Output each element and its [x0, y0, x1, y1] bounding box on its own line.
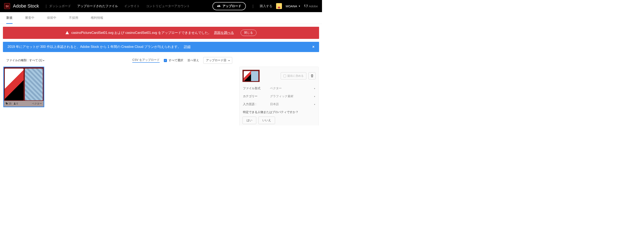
- chevron-down-icon: ▾: [314, 103, 315, 106]
- warning-icon: [66, 31, 69, 35]
- card-art-back: [25, 69, 43, 100]
- error-details-link[interactable]: 原因を調べる: [214, 31, 234, 35]
- field-file-format[interactable]: ファイル形式 ベクター ▾: [242, 84, 316, 92]
- adobe-icon: [304, 5, 308, 8]
- adobe-stock-logo-badge: St: [4, 3, 10, 9]
- people-count-value: 0: [16, 102, 18, 105]
- user-name-label: MOANA: [286, 5, 297, 8]
- nav-insights[interactable]: インサイト: [124, 4, 140, 8]
- asset-type-label: ベクター: [32, 102, 42, 106]
- toolbar: ファイルの種類 : すべて (1) ▾ CSV をアップロード ✓ すべて選択 …: [0, 55, 322, 67]
- recognizable-question: 特定できる人物またはプロパティですか？: [243, 110, 315, 114]
- checkbox-checked-icon: ✓: [164, 59, 167, 62]
- no-button[interactable]: いいえ: [258, 117, 275, 124]
- include-in-submission-button[interactable]: 提出に含める: [281, 72, 306, 79]
- checkbox-empty-icon: [284, 75, 286, 77]
- field-value: ベクター: [270, 87, 314, 90]
- chevron-down-icon: ▾: [43, 59, 44, 62]
- field-value: 日本語: [270, 102, 314, 106]
- tab-reviewing[interactable]: 審査中: [25, 12, 34, 24]
- cloud-upload-icon: [217, 5, 221, 8]
- svg-point-0: [67, 34, 68, 34]
- chevron-down-icon: ▾: [314, 87, 315, 90]
- divider: |: [46, 4, 47, 8]
- chevron-down-icon: ▾: [314, 95, 315, 98]
- sort-dropdown[interactable]: アップロード日 ▾: [203, 57, 232, 64]
- error-alert: casinoPictureCardSet01.svg および casinoCar…: [3, 27, 319, 39]
- tab-rights[interactable]: 権利情報: [91, 12, 103, 24]
- field-category[interactable]: カテゴリー グラフィック素材 ▾: [242, 92, 316, 100]
- field-label: カテゴリー: [243, 94, 270, 98]
- asset-thumbnail[interactable]: 25 0 ベクター: [3, 67, 44, 107]
- delete-button[interactable]: [308, 72, 316, 79]
- adobe-stock-logo-text: Adobe Stock: [13, 3, 39, 9]
- properties-sidebar: 提出に含める ファイル形式 ベクター ▾ カテゴリー グラフィック素材 ▾ 入力…: [239, 67, 319, 125]
- tag-count: 25: [6, 102, 12, 105]
- submit-button-label: 提出に含める: [287, 74, 304, 78]
- upload-button-label: アップロード: [222, 4, 241, 8]
- field-input-language[interactable]: 入力言語 : 日本語 ▾: [242, 100, 316, 108]
- header-right: | 購入する MOANA ▼ Adobe: [250, 3, 318, 9]
- top-header: St Adobe Stock | ダッシュボード アップロードされたファイル イ…: [0, 0, 322, 12]
- card-art-joker: [5, 69, 24, 100]
- people-count: 0: [14, 102, 18, 105]
- csv-upload-link[interactable]: CSV をアップロード: [132, 58, 160, 63]
- sidebar-header: 提出に含める: [242, 70, 316, 82]
- trash-icon: [310, 74, 314, 78]
- yes-no-row: はい いいえ: [242, 117, 316, 124]
- info-message-wrap: 2019 年にアセットが 300 件以上承認されると、Adobe Stock か…: [8, 45, 190, 49]
- tab-pending[interactable]: 保留中: [47, 12, 56, 24]
- sort-label: 並べ替え: [188, 59, 199, 62]
- yes-button[interactable]: はい: [242, 117, 256, 124]
- tab-rejected[interactable]: 不採用: [69, 12, 78, 24]
- field-value: グラフィック素材: [270, 94, 314, 98]
- info-close-icon[interactable]: ×: [312, 45, 314, 49]
- sub-nav: 新規 審査中 保留中 不採用 権利情報: [0, 12, 322, 24]
- svg-rect-1: [67, 32, 67, 33]
- nav-uploaded-files[interactable]: アップロードされたファイル: [77, 4, 118, 8]
- chevron-down-icon: ▾: [228, 59, 230, 62]
- field-label: 入力言語 :: [243, 102, 270, 106]
- buy-link[interactable]: 購入する: [260, 4, 272, 8]
- error-close-button[interactable]: 閉じる: [240, 30, 256, 36]
- upload-button[interactable]: アップロード: [212, 2, 246, 10]
- svg-point-2: [14, 103, 15, 103]
- people-icon: [14, 102, 16, 105]
- filter-label-text: ファイルの種類 : すべて (1): [6, 59, 42, 62]
- primary-nav: ダッシュボード アップロードされたファイル インサイト コントリビューターアカウ…: [49, 4, 212, 8]
- info-alert: 2019 年にアセットが 300 件以上承認されると、Adobe Stock か…: [3, 42, 319, 52]
- nav-dashboard[interactable]: ダッシュボード: [49, 4, 71, 8]
- adobe-link[interactable]: Adobe: [304, 5, 318, 8]
- adobe-link-label: Adobe: [309, 5, 318, 8]
- user-menu[interactable]: MOANA ▼: [286, 5, 300, 8]
- field-label: ファイル形式: [243, 87, 270, 90]
- tab-new[interactable]: 新規: [6, 12, 12, 24]
- error-message: casinoPictureCardSet01.svg および casinoCar…: [71, 31, 212, 35]
- file-type-filter[interactable]: ファイルの種類 : すべて (1) ▾: [6, 59, 44, 62]
- thumbnail-info-bar: 25 0 ベクター: [4, 101, 44, 107]
- sidebar-thumbnail: [242, 70, 260, 82]
- sort-value: アップロード日: [206, 59, 226, 62]
- tag-count-value: 25: [8, 102, 11, 105]
- content-area: 25 0 ベクター 提出に含める ファイル形式: [0, 67, 322, 125]
- asset-grid: 25 0 ベクター: [3, 67, 237, 125]
- chevron-down-icon: ▼: [298, 5, 300, 7]
- select-all-checkbox[interactable]: ✓ すべて選択: [164, 59, 183, 62]
- nav-contributor-account[interactable]: コントリビューターアカウント: [146, 4, 190, 8]
- select-all-label: すべて選択: [168, 59, 183, 62]
- info-message: 2019 年にアセットが 300 件以上承認されると、Adobe Stock か…: [8, 45, 181, 49]
- tag-icon: [6, 102, 8, 105]
- divider: |: [252, 4, 254, 8]
- info-details-link[interactable]: 詳細: [184, 45, 190, 49]
- avatar[interactable]: [276, 3, 282, 9]
